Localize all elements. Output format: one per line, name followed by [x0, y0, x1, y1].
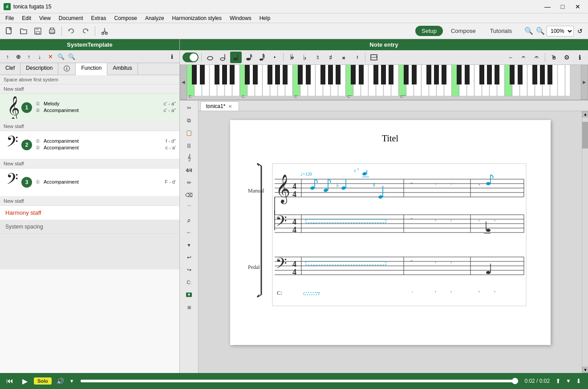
whole-note-btn[interactable] — [204, 52, 216, 63]
menu-extras[interactable]: Extras — [88, 14, 110, 22]
score-scrollbar-right[interactable]: ▲ ▼ — [582, 111, 588, 373]
rest-btn[interactable]: 𝄽 — [351, 52, 362, 63]
menu-compose[interactable]: Compose — [111, 14, 141, 22]
quarter-note-btn[interactable] — [230, 52, 242, 63]
arrow-left-tool[interactable]: ← — [182, 227, 196, 238]
panel-tool-move-down[interactable]: ↓ — [35, 52, 45, 61]
pen-tool[interactable]: ✏ — [182, 177, 196, 188]
natural-btn[interactable]: ♮ — [312, 52, 324, 63]
harmony-staff[interactable]: Harmony staff — [0, 206, 179, 220]
new-button[interactable] — [3, 25, 16, 37]
half-note-btn[interactable] — [217, 52, 229, 63]
menu-document[interactable]: Document — [55, 14, 87, 22]
info-btn-right[interactable]: ℹ — [574, 52, 585, 63]
setup-nav-button[interactable]: Setup — [415, 26, 443, 36]
panel-tool-zoom-in[interactable]: 🔍 — [67, 52, 77, 61]
undo-button[interactable] — [65, 25, 78, 37]
piano-scroll-left[interactable]: ◀ — [180, 65, 187, 100]
mouse-btn[interactable]: 🖱 — [548, 52, 560, 63]
zoom-out-button[interactable]: 🔍 — [523, 26, 534, 36]
zoom-select[interactable]: 100% 75% 125% 150% — [547, 26, 574, 36]
eighth-note-btn[interactable] — [243, 52, 255, 63]
dropdown-btn-1[interactable] — [368, 52, 380, 63]
panel-tool-move-left[interactable]: ⊕ — [13, 52, 23, 61]
arrow-right-tool[interactable]: ▼ — [182, 239, 196, 251]
progress-bar[interactable] — [81, 380, 519, 382]
progress-knob[interactable] — [512, 378, 518, 384]
zoom-in-button[interactable]: 🔍 — [535, 26, 546, 36]
eraser-tool[interactable]: ⌫ — [182, 189, 196, 201]
staff-row-3[interactable]: 𝄢 3 ① Accompaniment F - d' — [0, 168, 179, 197]
scroll-thumb[interactable] — [582, 122, 588, 148]
panel-tool-move-up2[interactable]: ↑ — [24, 52, 34, 61]
solo-button[interactable]: Solo — [34, 377, 52, 385]
settings-btn[interactable]: ⚙ — [561, 52, 572, 63]
menu-file[interactable]: File — [2, 14, 17, 22]
score-tab-tonica[interactable]: tonica1* ✕ — [200, 101, 239, 111]
c-mark-tool[interactable]: C: — [182, 277, 196, 288]
score-content[interactable]: Titel Manual — [199, 111, 582, 373]
volume-button[interactable]: 🔊 — [54, 375, 67, 387]
cut-button[interactable] — [98, 25, 111, 37]
scroll-track[interactable] — [582, 117, 588, 367]
tab-description[interactable]: Description — [20, 63, 58, 75]
panel-tool-delete[interactable]: ✕ — [45, 52, 55, 61]
scroll-up-button[interactable]: ▲ — [582, 111, 588, 117]
time-sig-tool[interactable]: 4/4 — [182, 164, 196, 176]
panel-tool-info[interactable]: ℹ — [167, 52, 177, 61]
tab-ambitus[interactable]: Ambitus — [107, 63, 138, 75]
menu-view[interactable]: View — [36, 14, 54, 22]
zoom-reset-button[interactable]: ↺ — [575, 26, 585, 36]
print-button[interactable] — [45, 25, 59, 37]
sixteenth-note-btn[interactable] — [256, 52, 268, 63]
undo-local-tool[interactable]: ↩ — [182, 252, 196, 263]
redo-local-tool[interactable]: ↪ — [182, 264, 196, 276]
double-sharp-btn[interactable]: 𝄪 — [338, 52, 349, 63]
copy-tool[interactable]: ⧉ — [182, 115, 196, 126]
voice-select-tool[interactable]: ▼ — [182, 289, 196, 301]
maximize-button[interactable]: □ — [556, 2, 569, 11]
tab-clef[interactable]: Clef — [0, 63, 20, 75]
minimize-button[interactable]: — — [541, 2, 554, 11]
panel-tool-zoom-out[interactable]: 🔍 — [56, 52, 66, 61]
compose-nav-button[interactable]: Compose — [445, 26, 482, 36]
back-button[interactable]: ⏮ — [4, 375, 16, 387]
slur-tool[interactable]: ⌒ — [182, 202, 196, 213]
play-button[interactable]: ▶ — [19, 375, 31, 387]
menu-edit[interactable]: Edit — [18, 14, 35, 22]
scissors-tool[interactable]: ✂ — [182, 102, 196, 114]
sharp-btn[interactable]: ♯ — [325, 52, 337, 63]
settings-playbar-button[interactable]: ⬇ — [573, 375, 584, 387]
open-button[interactable] — [17, 25, 30, 37]
export-button[interactable]: ⬆ — [552, 375, 564, 387]
note-entry-toggle[interactable] — [182, 52, 199, 62]
piano-keyboard[interactable]: ◀ — [180, 65, 588, 100]
staff-row-1[interactable]: 𝄞 1 ① Melody c' - a" ② Accompaniment c' … — [0, 94, 179, 122]
panel-tool-move-up[interactable]: ↑ — [3, 52, 12, 61]
barlines-tool[interactable]: ||| — [182, 140, 196, 151]
paste-tool[interactable]: 📋 — [182, 127, 196, 139]
save-button[interactable] — [31, 25, 45, 37]
scroll-down-button[interactable]: ▼ — [582, 367, 588, 373]
dot-btn[interactable]: · — [269, 52, 280, 63]
menu-help[interactable]: Help — [256, 14, 274, 22]
tab-info[interactable]: ⓘ — [58, 63, 76, 75]
tab-function[interactable]: Function — [76, 63, 107, 75]
special-btn[interactable]: 𝄐 — [531, 52, 542, 63]
menu-harmonization[interactable]: Harmonization styles — [169, 14, 225, 22]
close-button[interactable]: ✕ — [571, 2, 584, 11]
fermata-btn[interactable]: 𝄐 — [518, 52, 529, 63]
tie-btn[interactable]: ⌢ — [505, 52, 516, 63]
grid-tool[interactable]: ⊞ — [182, 301, 196, 313]
redo-button[interactable] — [79, 25, 92, 37]
staff-row-2[interactable]: 𝄢 2 ① Accompaniment f - d" ② Accompanime… — [0, 131, 179, 159]
score-tab-close[interactable]: ✕ — [227, 103, 233, 109]
flat-btn[interactable]: ♭ — [299, 52, 311, 63]
clef-tool[interactable]: 𝄞 — [182, 152, 196, 164]
dynamic-tool[interactable]: p — [182, 214, 196, 226]
piano-scroll-right[interactable]: ▶ — [581, 65, 588, 100]
double-flat-btn[interactable]: 𝄫 — [286, 52, 298, 63]
menu-analyze[interactable]: Analyze — [142, 14, 168, 22]
tutorials-nav-button[interactable]: Tutorials — [484, 26, 518, 36]
menu-windows[interactable]: Windows — [226, 14, 255, 22]
